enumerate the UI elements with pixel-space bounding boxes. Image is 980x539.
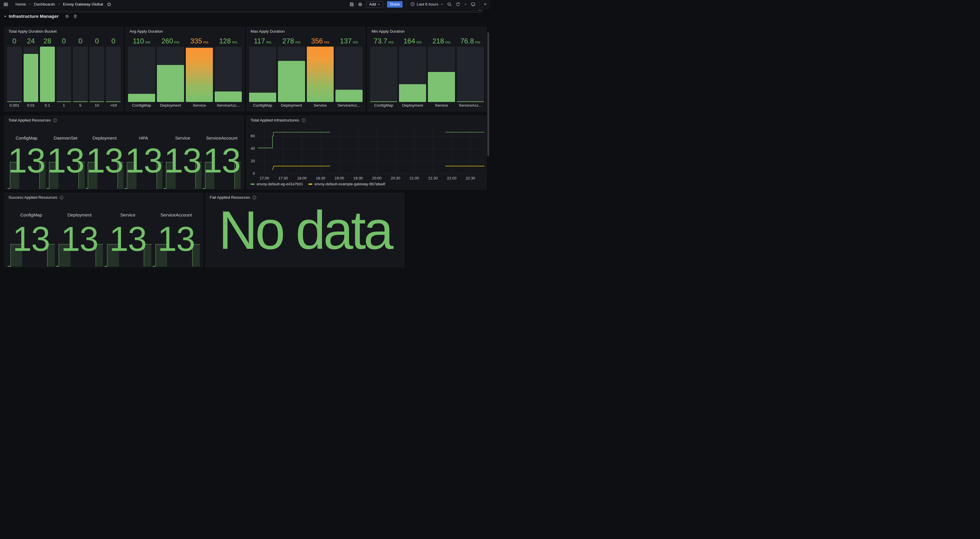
bar-track xyxy=(249,47,276,102)
bar-category-row: ConfigMapDeploymentServiceServiceAcc... xyxy=(128,103,242,109)
series-lines xyxy=(258,129,484,174)
panel-total-apply-duration-bucket: Total Apply Duration Bucket 0242800000.0… xyxy=(5,27,123,111)
breadcrumb-current: Envoy Gateway Global xyxy=(63,2,103,6)
bar-fill xyxy=(57,101,72,102)
legend-item[interactable]: envoy-default-eg-e41e7b31 xyxy=(251,182,303,186)
panel-total-applied-infrastructures: Total Applied Infrastructures 020406017:… xyxy=(247,116,487,189)
collapse-nav-chevron-icon[interactable] xyxy=(483,2,487,6)
bar-track xyxy=(336,47,363,102)
bar-value-number: 0 xyxy=(111,37,115,45)
bar-value: 164ms xyxy=(399,37,426,46)
star-icon[interactable] xyxy=(107,2,111,7)
panel-title[interactable]: Total Applied Resources xyxy=(8,118,51,122)
bar-category-label: Service xyxy=(428,103,455,109)
y-axis-label: 40 xyxy=(247,146,255,151)
panel-title[interactable]: Success Applied Resources xyxy=(8,195,57,200)
save-icon[interactable] xyxy=(349,2,354,7)
panel-title[interactable]: Avg Apply Duration xyxy=(129,29,163,33)
bar-values-row: 110ms260ms335ms128ms xyxy=(128,37,242,46)
row-delete-trash-icon[interactable] xyxy=(73,14,77,18)
bar-value-number: 218 xyxy=(432,37,444,45)
bar-category-row: ConfigMapDeploymentServiceServiceAcc... xyxy=(249,103,363,109)
bar-fill xyxy=(40,47,55,102)
bar-value-unit: ms xyxy=(266,40,272,44)
top-nav: Home Dashboards Envoy Gateway Global Add xyxy=(0,0,490,9)
panel-title[interactable]: Min Apply Duration xyxy=(372,29,404,33)
chevron-down-icon xyxy=(441,3,443,6)
panel-title[interactable]: Max Apply Duration xyxy=(251,29,285,33)
stat-value: 13 xyxy=(85,143,124,178)
bar-tracks-row xyxy=(249,47,363,102)
bar-track xyxy=(157,47,184,102)
bar-track xyxy=(7,47,22,102)
bar-category-label: Deployment xyxy=(278,103,305,109)
bar-category-label: Deployment xyxy=(157,103,184,109)
bar-fill xyxy=(106,101,121,102)
bar-value-unit: ms xyxy=(295,40,301,44)
bar-track xyxy=(40,47,55,102)
bar-value-number: 117 xyxy=(254,37,265,45)
menu-icon[interactable] xyxy=(3,2,8,7)
bar-value: 260ms xyxy=(157,37,184,46)
info-icon[interactable] xyxy=(53,118,57,122)
zoom-out-icon[interactable] xyxy=(447,2,452,7)
bar-value-unit: ms xyxy=(445,40,450,44)
bar-gauge: 117ms278ms356ms137msConfigMapDeploymentS… xyxy=(249,37,363,109)
stat-column: Service13 xyxy=(104,193,152,266)
bar-value: 76.8ms xyxy=(457,37,484,46)
stat-label: ConfigMap xyxy=(7,135,46,141)
bar-gauge: 0242800000.0010.010.11510+Inf xyxy=(7,37,121,109)
kiosk-mode-icon[interactable] xyxy=(471,2,476,7)
bar-value-unit: ms xyxy=(174,40,180,44)
bar-fill xyxy=(89,101,104,102)
grafana-dashboard: Home Dashboards Envoy Gateway Global Add xyxy=(0,0,490,270)
bar-value-number: 260 xyxy=(161,37,173,45)
chevron-down-icon[interactable] xyxy=(3,14,7,18)
row-title[interactable]: Infrastructure Manager xyxy=(9,14,59,19)
bar-value: 278ms xyxy=(278,37,305,46)
time-range-picker[interactable]: Last 6 hours xyxy=(410,2,443,6)
bar-tracks-row xyxy=(7,47,121,102)
info-icon[interactable] xyxy=(59,195,64,200)
stat-column: Deployment13 xyxy=(56,193,104,266)
add-button[interactable]: Add xyxy=(366,1,383,8)
panel-title[interactable]: Fail Applied Resources xyxy=(210,195,250,200)
bar-value: 128ms xyxy=(215,37,242,46)
legend-item[interactable]: envoy-default-example-gateway-9b7aba4f xyxy=(308,182,385,186)
info-icon[interactable] xyxy=(252,195,256,200)
bar-category-label: ConfigMap xyxy=(249,103,276,109)
bar-category-label: ConfigMap xyxy=(128,103,155,109)
share-button[interactable]: Share xyxy=(387,1,402,8)
stat-value: 13 xyxy=(104,222,152,256)
panel-success-applied-resources: Success Applied Resources ConfigMap13Dep… xyxy=(5,193,203,267)
x-axis-label: 18:30 xyxy=(312,176,329,180)
sparkline-baseline xyxy=(164,188,166,189)
stat-label: Deployment xyxy=(56,212,104,218)
divider xyxy=(406,2,407,7)
page-scrollbar[interactable] xyxy=(487,32,489,156)
panel-title[interactable]: Total Applied Infrastructures xyxy=(251,118,299,122)
x-axis-label: 22:30 xyxy=(462,176,479,180)
bar-value-unit: ms xyxy=(232,40,237,44)
gear-icon[interactable] xyxy=(358,2,363,7)
bar-track xyxy=(73,47,88,102)
bar-fill xyxy=(215,92,242,102)
stat-value: 13 xyxy=(7,222,56,256)
breadcrumb-dashboards[interactable]: Dashboards xyxy=(34,2,55,6)
refresh-icon[interactable] xyxy=(456,2,460,7)
bar-value-number: 128 xyxy=(219,37,231,45)
bar-category-label: +Inf xyxy=(106,103,121,109)
panel-title[interactable]: Total Apply Duration Bucket xyxy=(8,29,57,33)
bar-value-number: 76.8 xyxy=(460,37,474,45)
sparkline-baseline xyxy=(47,188,49,189)
breadcrumb-home[interactable]: Home xyxy=(16,2,26,6)
row-settings-gear-icon[interactable] xyxy=(65,14,69,18)
refresh-interval-chevron-icon[interactable] xyxy=(464,3,467,6)
bar-value-number: 356 xyxy=(311,37,323,45)
bar-value: 0 xyxy=(7,37,22,46)
bar-value-unit: ms xyxy=(203,40,208,44)
bar-track xyxy=(106,47,121,102)
legend-series-name: envoy-default-example-gateway-9b7aba4f xyxy=(314,182,385,186)
info-icon[interactable] xyxy=(302,118,305,122)
bar-category-label: 1 xyxy=(57,103,72,109)
